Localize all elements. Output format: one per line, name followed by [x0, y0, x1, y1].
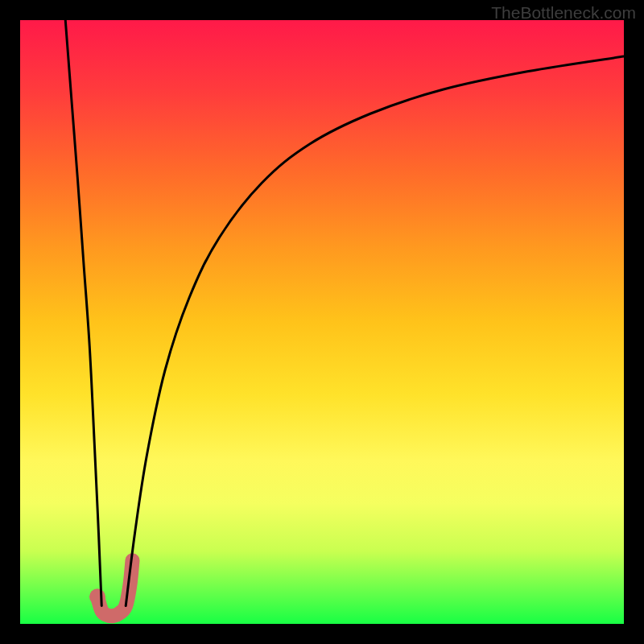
highlight-hook [89, 560, 133, 616]
chart-frame: TheBottleneck.com [0, 0, 644, 644]
curve-svg [20, 20, 624, 624]
plot-area [20, 20, 624, 624]
bottleneck-curve [65, 20, 624, 606]
svg-point-0 [89, 588, 105, 605]
watermark-text: TheBottleneck.com [491, 3, 636, 23]
